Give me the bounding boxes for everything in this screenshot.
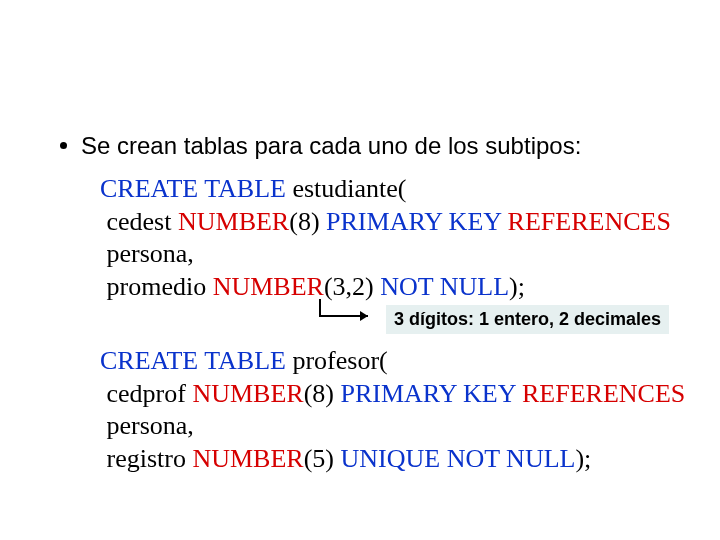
code-text: promedio	[100, 272, 213, 301]
code-block-profesor: CREATE TABLE profesor( cedprof NUMBER(8)…	[100, 345, 680, 475]
code-text: estudiante(	[286, 174, 407, 203]
code-line: registro NUMBER(5) UNIQUE NOT NULL);	[100, 443, 680, 476]
keyword: UNIQUE NOT NULL	[341, 444, 576, 473]
code-line: cedprof NUMBER(8) PRIMARY KEY REFERENCES	[100, 378, 680, 411]
keyword: PRIMARY KEY	[326, 207, 508, 236]
annotation-label: 3 dígitos: 1 entero, 2 decimales	[386, 305, 669, 334]
bullet-text: Se crean tablas para cada uno de los sub…	[81, 130, 680, 161]
code-text: cedprof	[100, 379, 192, 408]
keyword: CREATE TABLE	[100, 346, 286, 375]
code-text: ,	[187, 239, 194, 268]
arrow-icon	[310, 299, 380, 333]
code-text: profesor(	[286, 346, 388, 375]
code-text: registro	[100, 444, 192, 473]
code-text: persona	[100, 239, 187, 268]
code-text: (3,2)	[324, 272, 380, 301]
code-text: persona	[100, 411, 187, 440]
code-text: ,	[187, 411, 194, 440]
annotation-wrap: 3 dígitos: 1 entero, 2 decimales	[100, 305, 680, 339]
bullet-item: Se crean tablas para cada uno de los sub…	[50, 130, 680, 161]
code-line: persona,	[100, 410, 680, 443]
keyword: NOT NULL	[380, 272, 509, 301]
function: NUMBER	[213, 272, 324, 301]
bullet-dot	[60, 142, 67, 149]
code-line: cedest NUMBER(8) PRIMARY KEY REFERENCES	[100, 206, 680, 239]
code-text: (8)	[304, 379, 341, 408]
function: NUMBER	[192, 444, 303, 473]
function: REFERENCES	[522, 379, 685, 408]
code-line: CREATE TABLE estudiante(	[100, 173, 680, 206]
code-line: persona,	[100, 238, 680, 271]
code-line: promedio NUMBER(3,2) NOT NULL);	[100, 271, 680, 304]
function: NUMBER	[178, 207, 289, 236]
code-text: );	[575, 444, 591, 473]
function: REFERENCES	[508, 207, 671, 236]
code-text: cedest	[100, 207, 178, 236]
code-text: (8)	[289, 207, 326, 236]
code-line: CREATE TABLE profesor(	[100, 345, 680, 378]
keyword: CREATE TABLE	[100, 174, 286, 203]
slide: Se crean tablas para cada uno de los sub…	[0, 0, 720, 540]
code-text: );	[509, 272, 525, 301]
function: NUMBER	[192, 379, 303, 408]
code-text: (5)	[304, 444, 341, 473]
code-block-estudiante: CREATE TABLE estudiante( cedest NUMBER(8…	[100, 173, 680, 303]
keyword: PRIMARY KEY	[340, 379, 522, 408]
